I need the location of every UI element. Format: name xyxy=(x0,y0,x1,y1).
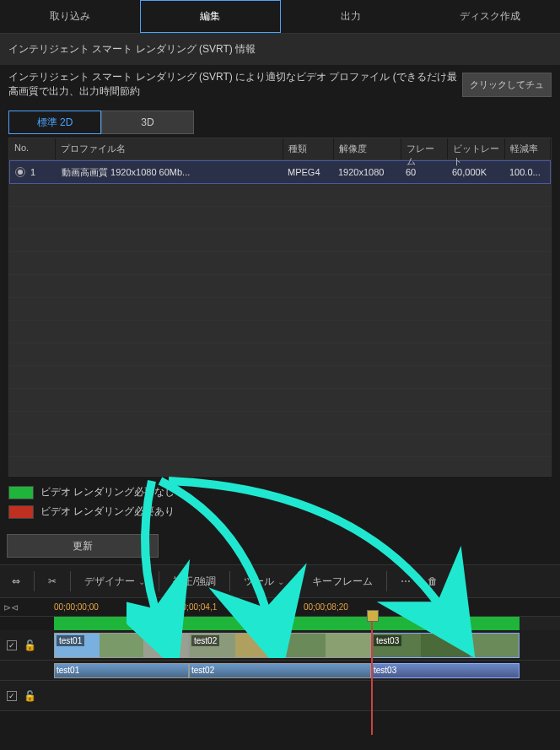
track-lock-icon[interactable]: 🔓 xyxy=(24,690,36,702)
keyframe-menu[interactable]: キーフレーム xyxy=(305,571,380,592)
tab-edit[interactable]: 編集 xyxy=(140,0,282,33)
col-resolution: 解像度 xyxy=(334,138,401,159)
profile-table: No. プロファイル名 種類 解像度 フレーム ビットレート 軽減率 1 動画高… xyxy=(8,138,552,477)
zoom-control-icon[interactable]: ⊳⊲ xyxy=(3,598,19,617)
audio-clip[interactable]: test03 xyxy=(371,663,520,678)
legend-label-need: ビデオ レンダリング必要あり xyxy=(40,504,175,519)
divider xyxy=(298,571,299,591)
render-segment xyxy=(54,617,189,630)
update-button[interactable]: 更新 xyxy=(7,534,159,558)
row-frame: 60 xyxy=(401,163,447,181)
render-segment xyxy=(371,617,520,630)
legend: ビデオ レンダリング必要なし ビデオ レンダリング必要あり xyxy=(8,485,552,519)
tab-disc[interactable]: ディスク作成 xyxy=(421,0,561,33)
ruler-mark: 00;00;08;20 xyxy=(304,602,348,612)
timeline-toolbar: ⇔ ✂ デザイナー⌄ 補正/強調 ツール⌄ キーフレーム ⋯ 🗑 xyxy=(0,564,560,598)
time-ruler[interactable]: ⊳⊲ 00;00;00;00 00;00;04,1 00;00;08;20 ;1… xyxy=(0,598,560,617)
svrt-info-desc: インテリジェント スマート レンダリング (SVRT) により適切なビデオ プロ… xyxy=(8,70,457,99)
playhead[interactable] xyxy=(371,617,373,735)
row-no: 1 xyxy=(30,167,35,177)
table-empty-area xyxy=(9,184,551,476)
tool-menu[interactable]: ツール⌄ xyxy=(237,571,291,592)
timeline: ⊳⊲ 00;00;00;00 00;00;04,1 00;00;08;20 ;1… xyxy=(0,598,560,711)
move-tool-icon[interactable]: ⇔ xyxy=(5,572,27,591)
cut-tool-icon[interactable]: ✂ xyxy=(41,572,63,591)
chevron-down-icon: ⌄ xyxy=(138,577,145,586)
ruler-mark: 00;00;00;00 xyxy=(54,602,99,612)
track-lock-icon[interactable]: 🔓 xyxy=(24,639,36,651)
tab-import[interactable]: 取り込み xyxy=(0,0,140,33)
audio-track: test01 test02 test03 xyxy=(0,661,560,681)
row-reduce: 100.0... xyxy=(504,163,550,181)
row-kind: MPEG4 xyxy=(283,163,333,181)
tab-3d[interactable]: 3D xyxy=(101,111,194,134)
chevron-down-icon: ⌄ xyxy=(277,577,284,586)
row-bitrate: 60,000K xyxy=(447,163,504,181)
col-no: No. xyxy=(9,138,56,159)
legend-swatch-green xyxy=(8,486,34,499)
video-track: ✓ 🔓 test01 test02 test03 xyxy=(0,630,560,661)
audio-clip[interactable]: test01 xyxy=(54,663,189,678)
table-header: No. プロファイル名 種類 解像度 フレーム ビットレート 軽減率 xyxy=(9,138,551,160)
tab-output[interactable]: 出力 xyxy=(281,0,421,33)
correction-menu[interactable]: 補正/強調 xyxy=(166,571,223,592)
tab-2d[interactable]: 標準 2D xyxy=(8,111,101,134)
ruler-mark: ;12;30 xyxy=(430,602,454,612)
render-segment xyxy=(189,617,371,630)
row-profile: 動画高画質 1920x1080 60Mb... xyxy=(57,162,283,183)
col-bitrate: ビットレート xyxy=(448,138,505,159)
track-visible-checkbox[interactable]: ✓ xyxy=(7,640,17,650)
table-row[interactable]: 1 動画高画質 1920x1080 60Mb... MPEG4 1920x108… xyxy=(9,160,551,184)
more-icon[interactable]: ⋯ xyxy=(394,572,417,591)
divider xyxy=(229,571,230,591)
main-tabs: 取り込み 編集 出力 ディスク作成 xyxy=(0,0,560,34)
audio-clip[interactable]: test02 xyxy=(189,663,371,678)
col-reduce: 軽減率 xyxy=(505,138,551,159)
designer-menu[interactable]: デザイナー⌄ xyxy=(78,571,152,592)
mode-tabs: 標準 2D 3D xyxy=(8,111,552,134)
col-profile: プロファイル名 xyxy=(56,138,283,159)
video-clip[interactable]: test02 xyxy=(189,633,371,658)
col-frame: フレーム xyxy=(401,138,448,159)
divider xyxy=(386,571,387,591)
empty-track: ✓ 🔓 xyxy=(0,681,560,711)
tutorial-button[interactable]: クリックしてチュ xyxy=(462,73,552,97)
legend-swatch-red xyxy=(8,505,34,519)
legend-label-none: ビデオ レンダリング必要なし xyxy=(40,485,175,499)
divider xyxy=(70,571,71,591)
divider xyxy=(159,571,159,591)
col-kind: 種類 xyxy=(283,138,334,159)
video-clip[interactable]: test03 xyxy=(371,633,520,658)
row-radio[interactable] xyxy=(15,167,25,177)
track-visible-checkbox[interactable]: ✓ xyxy=(7,691,17,701)
divider xyxy=(34,571,35,591)
ruler-mark: 00;00;04,1 xyxy=(177,602,217,612)
svrt-info-header: インテリジェント スマート レンダリング (SVRT) 情報 xyxy=(0,34,560,65)
video-clip[interactable]: test01 xyxy=(54,633,189,658)
row-res: 1920x1080 xyxy=(333,163,401,181)
trash-icon[interactable]: 🗑 xyxy=(421,572,444,591)
render-status-bar xyxy=(54,617,560,630)
